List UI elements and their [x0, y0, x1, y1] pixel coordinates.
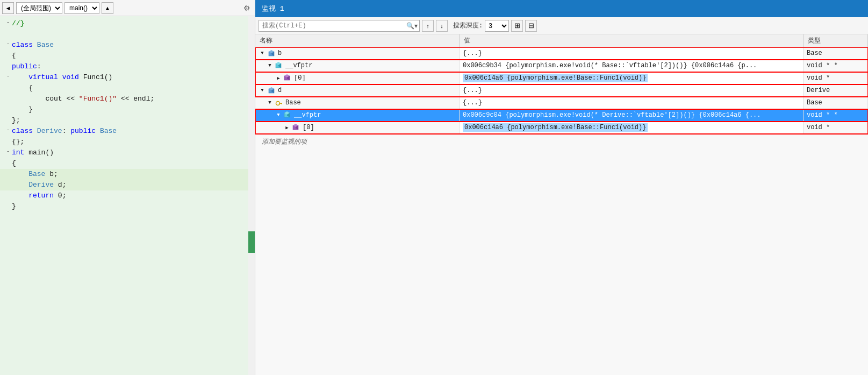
- key-svg: [275, 99, 283, 107]
- collapse-btn[interactable]: -: [4, 41, 12, 47]
- cube-icon: [267, 49, 276, 58]
- scrollbar-thumb[interactable]: [248, 231, 255, 253]
- watch-name-vfptr-b: __vfptr: [285, 62, 312, 69]
- expand-arrow[interactable]: ▼: [266, 99, 274, 107]
- pin-button[interactable]: ⊞: [511, 20, 523, 32]
- search-up-button[interactable]: ↑: [422, 20, 434, 32]
- watch-value-vfptr-b: 0x006c9b34 {polymorphism.exe!void(* Base…: [460, 60, 804, 72]
- watch-row-base-d[interactable]: ▼ Base {...} Base: [255, 97, 868, 109]
- expand-all-button[interactable]: ⊟: [525, 20, 537, 32]
- code-line: };: [0, 115, 255, 126]
- cube-svg-d: [268, 87, 275, 94]
- watch-value-base-d: {...}: [460, 97, 804, 109]
- col-name-header: 名称: [255, 34, 460, 47]
- key-icon: [275, 98, 283, 107]
- code-line-class-base: - class Base: [0, 40, 255, 51]
- watch-table-body: ▼ b {...} Base ▼: [255, 47, 868, 375]
- watch-row-b[interactable]: ▼ b {...} Base: [255, 47, 868, 60]
- watch-cell-name: ▼ __vfptr: [255, 60, 460, 72]
- code-line: {};: [0, 137, 255, 147]
- watch-row-vfptr-d[interactable]: ▼ __vfptr 0x006c9c04 {polymorphism.exe!v…: [255, 109, 868, 122]
- col-value-header: 值: [460, 34, 804, 47]
- watch-value-0-d: 0x006c14a6 {polymorphism.exe!Base::Func1…: [460, 122, 804, 133]
- collapse-btn[interactable]: -: [4, 127, 12, 133]
- search-input[interactable]: [259, 22, 405, 30]
- code-line: }: [0, 104, 255, 115]
- cube-svg: [268, 49, 275, 57]
- value-highlight-d: 0x006c14a6 {polymorphism.exe!Base::Func1…: [463, 123, 648, 132]
- code-line-class-derive: - class Derive: public Base: [0, 126, 255, 137]
- code-toolbar: ◄ (全局范围) main() ▲ ⚙: [0, 0, 255, 16]
- code-line-main: - int main(): [0, 147, 255, 158]
- code-line: public:: [0, 61, 255, 72]
- watch-cell-name: ▼ __vfptr: [255, 109, 460, 121]
- watch-value-vfptr-d: 0x006c9c04 {polymorphism.exe!void(* Deri…: [460, 109, 804, 121]
- expand-arrow[interactable]: ▼: [275, 111, 282, 119]
- watch-name-vfptr-d: __vfptr: [294, 111, 321, 119]
- field-svg-d: [292, 124, 300, 131]
- col-type-header: 类型: [804, 34, 868, 47]
- depth-label: 搜索深度:: [453, 21, 483, 30]
- watch-row-vfptr-b[interactable]: ▼ __vfptr 0x006c9b34 {polymorphism.exe!v…: [255, 60, 868, 72]
- settings-button[interactable]: ⚙: [241, 3, 253, 13]
- watch-value-0-b: 0x006c14a6 {polymorphism.exe!Base::Func1…: [460, 72, 804, 84]
- add-watch-hint[interactable]: 添加要监视的项: [255, 134, 868, 150]
- ptr-icon: [275, 61, 283, 70]
- field-icon: [283, 74, 292, 82]
- collapse-btn[interactable]: -: [4, 148, 12, 154]
- watch-value-b: {...}: [460, 47, 804, 59]
- nav-back-button[interactable]: ◄: [2, 2, 14, 14]
- expand-arrow[interactable]: ▶: [275, 74, 282, 82]
- depth-select[interactable]: 3: [485, 20, 509, 32]
- cube-icon-d: [267, 86, 276, 95]
- watch-value-d: {...}: [460, 84, 804, 96]
- watch-name-b: b: [278, 49, 282, 57]
- watch-table-header: 名称 值 类型: [255, 34, 868, 47]
- func-select[interactable]: main(): [64, 2, 99, 14]
- code-line: }: [0, 201, 255, 212]
- watch-title-bar: 监视 1: [255, 0, 868, 17]
- watch-title: 监视 1: [262, 4, 284, 13]
- watch-name-0-b: [0]: [294, 74, 306, 82]
- code-line: - //}: [0, 18, 255, 29]
- watch-row-d[interactable]: ▼ d {...} Derive: [255, 84, 868, 97]
- collapse-btn[interactable]: -: [4, 19, 12, 25]
- value-highlight: 0x006c14a6 {polymorphism.exe!Base::Func1…: [463, 74, 648, 82]
- nav-up-button[interactable]: ▲: [102, 2, 113, 14]
- code-line: {: [0, 158, 255, 169]
- code-line: return 0;: [0, 190, 255, 201]
- watch-cell-name: ▶ [0]: [255, 122, 460, 133]
- code-content: - //} - class Base { public: - virtual v…: [0, 16, 255, 375]
- expand-arrow[interactable]: ▼: [259, 49, 266, 57]
- watch-cell-name: ▼ d: [255, 84, 460, 96]
- code-line: Derive d;: [0, 180, 255, 190]
- scope-select[interactable]: (全局范围): [16, 2, 62, 14]
- expand-arrow[interactable]: ▶: [283, 124, 291, 131]
- watch-cell-name: ▶ [0]: [255, 72, 460, 84]
- collapse-btn[interactable]: -: [4, 73, 12, 79]
- watch-name-base-d: Base: [285, 99, 301, 107]
- watch-cell-name: ▼ Base: [255, 97, 460, 109]
- scrollbar-track: [248, 16, 255, 375]
- watch-type-0-d: void *: [804, 122, 868, 133]
- expand-arrow[interactable]: ▼: [266, 62, 274, 69]
- svg-rect-14: [281, 103, 282, 104]
- field-svg: [284, 74, 291, 82]
- search-submit-button[interactable]: 🔍▾: [405, 22, 419, 30]
- field-icon-d: [292, 123, 300, 132]
- code-line: Base b;: [0, 169, 255, 180]
- watch-type-vfptr-d: void * *: [804, 109, 868, 121]
- expand-arrow[interactable]: ▼: [259, 87, 266, 94]
- search-down-button[interactable]: ↓: [436, 20, 448, 32]
- code-line: [0, 29, 255, 40]
- watch-row-0-b[interactable]: ▶ [0] 0x006c14a6 {polymorphism.exe!Base:…: [255, 72, 868, 84]
- code-line: - virtual void Func1(): [0, 72, 255, 83]
- svg-rect-15: [280, 103, 281, 104]
- watch-type-b: Base: [804, 47, 868, 59]
- search-box: 🔍▾: [259, 20, 420, 32]
- watch-panel: 监视 1 🔍▾ ↑ ↓ 搜索深度: 3 ⊞ ⊟ 名称 值 类型 ▼: [255, 0, 868, 375]
- watch-name-0-d: [0]: [303, 124, 314, 131]
- watch-row-0-d[interactable]: ▶ [0] 0x006c14a6 {polymorphism.exe!Base:…: [255, 122, 868, 134]
- code-line: cout << "Func1()" << endl;: [0, 94, 255, 104]
- ptr-svg: [275, 62, 283, 69]
